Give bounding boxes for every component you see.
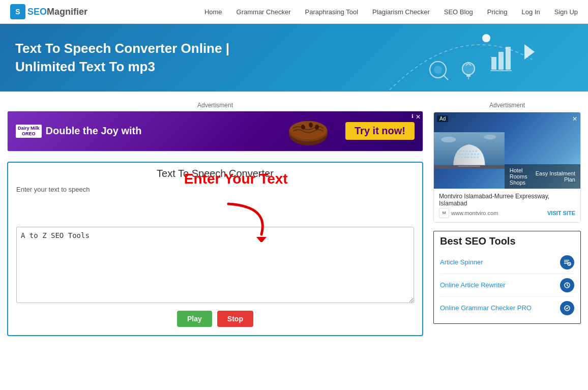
seo-tool-article-spinner[interactable]: Article Spinner bbox=[440, 258, 483, 266]
ad-close-icon[interactable]: ✕ bbox=[416, 113, 421, 121]
svg-rect-24 bbox=[469, 151, 471, 152]
svg-point-19 bbox=[441, 136, 456, 142]
svg-rect-41 bbox=[434, 165, 505, 169]
svg-rect-44 bbox=[564, 261, 568, 262]
svg-rect-40 bbox=[477, 157, 479, 158]
sidebar-ad-close-icon[interactable]: ✕ bbox=[572, 115, 577, 123]
nav-grammar[interactable]: Grammar Checker bbox=[237, 8, 291, 16]
svg-rect-42 bbox=[458, 166, 480, 167]
btn-row: Play Stop bbox=[16, 311, 414, 327]
svg-rect-21 bbox=[459, 151, 461, 152]
sidebar-ad-label: Advertisment bbox=[433, 102, 581, 109]
logo-seo: SEO bbox=[27, 7, 47, 17]
nav-home[interactable]: Home bbox=[204, 8, 222, 16]
svg-rect-1 bbox=[491, 57, 496, 70]
ad-label-main: Advertisment bbox=[7, 102, 423, 109]
arrow-icon bbox=[223, 201, 284, 242]
ad-dairy-milk: Dairy MilkOREO Double the Joy with bbox=[16, 125, 345, 138]
ad-try-button[interactable]: Try it now! bbox=[345, 122, 415, 140]
nav-paraphrase[interactable]: Paraphrasing Tool bbox=[305, 8, 358, 16]
sidebar-ad-logo-img: M bbox=[439, 208, 449, 218]
hero-text: Text To Speech Converter Online | Unlimi… bbox=[15, 39, 229, 76]
hero-banner: Text To Speech Converter Online | Unlimi… bbox=[0, 24, 588, 92]
svg-rect-2 bbox=[498, 52, 504, 70]
ad-text-big: Double the Joy with bbox=[46, 125, 142, 137]
svg-rect-36 bbox=[464, 157, 466, 158]
svg-marker-17 bbox=[256, 237, 267, 242]
ad-info-icon[interactable]: ℹ bbox=[411, 113, 414, 119]
svg-rect-25 bbox=[472, 151, 474, 152]
sidebar-ad-logo: M www.montviro.com bbox=[439, 208, 498, 218]
sidebar-ad-overlay-right: Easy Instalment Plan bbox=[535, 170, 575, 183]
nav-login[interactable]: Log In bbox=[522, 8, 540, 16]
sidebar-ad-name: Montviro Islamabad-Murree Expressway, Is… bbox=[439, 193, 575, 207]
seo-tool-grammar-checker[interactable]: Online Grammar Checker PRO bbox=[440, 304, 532, 312]
svg-rect-34 bbox=[458, 157, 460, 158]
svg-point-8 bbox=[462, 63, 475, 75]
play-button[interactable]: Play bbox=[177, 311, 212, 327]
text-input[interactable]: A to Z SEO Tools bbox=[16, 227, 414, 303]
svg-rect-30 bbox=[468, 154, 470, 155]
logo-icon: S bbox=[10, 4, 25, 19]
seo-tool-item: Article Spinner bbox=[440, 251, 574, 274]
nav-links: Home Grammar Checker Paraphrasing Tool P… bbox=[204, 8, 578, 16]
sidebar-ad-overlay: Hotel RoomsShops Easy Instalment Plan bbox=[505, 164, 580, 189]
svg-marker-4 bbox=[524, 44, 535, 59]
text-area-wrapper: Enter Your Text A to Z SEO Tools bbox=[16, 196, 414, 305]
best-seo-title: Best SEO Tools bbox=[440, 235, 574, 247]
stop-button[interactable]: Stop bbox=[217, 311, 253, 327]
hero-title: Text To Speech Converter Online | Unlimi… bbox=[15, 39, 229, 76]
svg-rect-43 bbox=[564, 260, 569, 261]
sidebar-ad-building bbox=[434, 112, 505, 189]
svg-rect-26 bbox=[475, 151, 477, 152]
seo-tool-article-rewriter[interactable]: Online Article Rewriter bbox=[440, 281, 506, 289]
svg-rect-28 bbox=[461, 154, 463, 155]
sidebar-ad-url-row: M www.montviro.com VISIT SITE bbox=[439, 208, 575, 218]
svg-point-0 bbox=[482, 34, 490, 42]
seo-tool-icon-1 bbox=[560, 278, 574, 292]
svg-rect-27 bbox=[458, 154, 460, 155]
sidebar-ad-image: Ad ✕ Hotel RoomsShops Easy Instalment Pl… bbox=[434, 112, 580, 189]
enter-text-overlay: Enter Your Text bbox=[16, 196, 414, 227]
svg-line-6 bbox=[444, 75, 448, 80]
ad-banner-main: Dairy MilkOREO Double the Joy with Try i… bbox=[7, 111, 423, 152]
svg-rect-23 bbox=[466, 151, 468, 152]
sidebar-ad-info: Montviro Islamabad-Murree Expressway, Is… bbox=[434, 189, 580, 222]
svg-rect-32 bbox=[474, 154, 476, 155]
sidebar-ad-visit-button[interactable]: VISIT SITE bbox=[547, 210, 575, 216]
svg-rect-39 bbox=[474, 157, 476, 158]
logo[interactable]: S SEOMagnifier bbox=[10, 4, 87, 19]
nav-signup[interactable]: Sign Up bbox=[554, 8, 578, 16]
logo-magnifier: Magnifier bbox=[47, 7, 87, 17]
navbar: S SEOMagnifier Home Grammar Checker Para… bbox=[0, 0, 588, 24]
svg-rect-29 bbox=[464, 154, 466, 155]
sidebar-ad-url: www.montviro.com bbox=[451, 210, 498, 216]
nav-pricing[interactable]: Pricing bbox=[487, 8, 508, 16]
nav-plagiarism[interactable]: Plagiarism Checker bbox=[372, 8, 430, 16]
svg-rect-33 bbox=[477, 154, 479, 155]
sidebar-ad-overlay-text: Hotel RoomsShops bbox=[510, 167, 535, 186]
svg-point-20 bbox=[484, 135, 496, 140]
input-label: Enter your text to speech bbox=[16, 186, 414, 193]
svg-point-7 bbox=[434, 66, 442, 74]
svg-rect-22 bbox=[462, 151, 464, 152]
seo-tool-icon-0 bbox=[560, 255, 574, 269]
sidebar-ad-box: Ad ✕ Hotel RoomsShops Easy Instalment Pl… bbox=[433, 112, 581, 223]
main-container: Advertisment Dairy MilkO bbox=[0, 92, 588, 353]
svg-rect-37 bbox=[467, 157, 469, 158]
seo-tool-icon-2 bbox=[560, 301, 574, 315]
svg-rect-38 bbox=[471, 157, 473, 158]
nav-seo-blog[interactable]: SEO Blog bbox=[444, 8, 473, 16]
seo-tool-item: Online Article Rewriter bbox=[440, 274, 574, 297]
svg-rect-3 bbox=[506, 47, 511, 70]
svg-rect-31 bbox=[471, 154, 473, 155]
converter-box: Text To Speech Converter Enter your text… bbox=[7, 162, 423, 336]
left-column: Advertisment Dairy MilkO bbox=[7, 102, 423, 343]
sidebar-ad-badge: Ad bbox=[437, 115, 448, 122]
svg-rect-9 bbox=[466, 75, 471, 77]
hero-decoration bbox=[369, 29, 547, 92]
right-column: Advertisment bbox=[433, 102, 581, 343]
seo-tool-item: Online Grammar Checker PRO bbox=[440, 297, 574, 319]
converter-title: Text To Speech Converter bbox=[16, 168, 414, 179]
ad-dairy-badge: Dairy MilkOREO bbox=[16, 125, 42, 138]
